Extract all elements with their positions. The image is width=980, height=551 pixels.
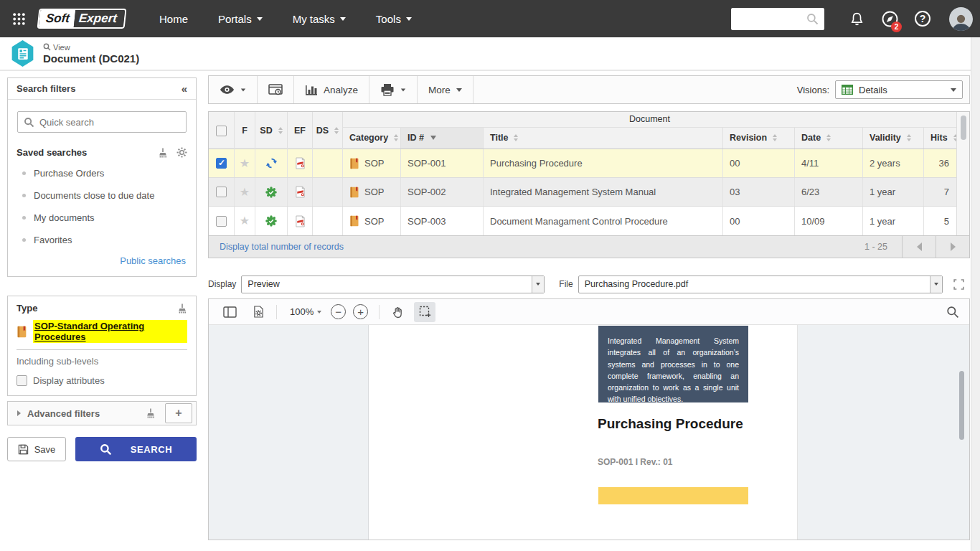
col-hits[interactable]: Hits [924,128,956,149]
row-checkbox[interactable] [216,216,227,227]
scrollbar-thumb[interactable] [961,116,966,140]
saved-search-item[interactable]: Purchase Orders [17,162,187,184]
col-ds[interactable]: DS [313,112,343,149]
pan-hand-icon[interactable] [387,302,408,322]
favorite-star-icon[interactable]: ★ [240,215,250,227]
floppy-icon [18,444,29,455]
category-book-icon [17,326,27,338]
view-button[interactable] [209,76,258,103]
app-grid-icon[interactable] [9,9,28,28]
display-attributes-toggle[interactable]: Display attributes [17,375,187,386]
display-label: Display [208,279,236,289]
results-toolbar: Analyze More Visions: Details [208,75,970,104]
display-total-link[interactable]: Display total number of records [209,242,864,252]
fullscreen-icon[interactable] [953,279,964,290]
next-page-button[interactable] [936,236,969,258]
col-ef[interactable]: EF [288,112,313,149]
search-icon[interactable] [806,13,819,25]
save-button[interactable]: Save [7,437,66,461]
pdf-file-icon[interactable] [295,215,306,227]
table-scrollbar[interactable] [956,112,969,235]
favorite-star-icon[interactable]: ★ [240,187,250,198]
pdf-doc-title: Purchasing Procedure [598,416,743,432]
table-row[interactable]: ★ SOP SOP-003 Document Managament Contro… [209,207,956,235]
caret-down-icon [406,17,412,21]
select-all-checkbox[interactable] [216,126,227,136]
user-avatar[interactable] [949,7,973,31]
table-row[interactable]: ★ SOP SOP-001 Purchasing Procedure 00 4/… [209,149,956,178]
col-revision[interactable]: Revision [723,128,795,149]
saved-search-item[interactable]: Favorites [17,229,187,251]
softexpert-logo[interactable]: Soft Expert [37,9,127,29]
col-validity[interactable]: Validity [863,128,924,149]
search-filters-sidebar: Search filters « Saved searches [7,77,197,461]
zoom-in-icon[interactable]: + [353,304,368,319]
clear-filter-icon[interactable] [158,148,168,158]
toggle-sidebar-icon[interactable] [219,302,240,322]
revision-schedule-button[interactable] [258,76,294,103]
table-row[interactable]: ★ SOP SOP-002 Integrated Management Syst… [209,178,956,207]
type-selected-link[interactable]: SOP-Standard Operating Procedures [33,320,187,343]
collapse-sidebar-icon[interactable]: « [182,83,187,95]
more-button[interactable]: More [418,76,473,103]
status-released-icon [265,215,277,227]
analyze-button[interactable]: Analyze [294,76,369,103]
saved-search-item[interactable]: My documents [17,207,187,229]
view-icon [43,43,51,51]
pdf-file-icon[interactable] [295,186,306,198]
divider [276,305,277,319]
bullet-icon [22,194,26,197]
display-attributes-checkbox[interactable] [17,375,27,386]
public-searches-link[interactable]: Public searches [17,251,187,268]
row-checkbox[interactable] [216,187,227,197]
add-filter-button[interactable]: + [165,403,192,423]
search-button[interactable]: SEARCH [75,437,197,461]
search-filters-header: Search filters « [8,78,196,100]
caret-down-icon [951,88,956,92]
window-scrollbar[interactable] [971,37,980,551]
col-category[interactable]: Category [343,128,401,149]
gear-icon[interactable] [176,147,187,158]
marquee-select-icon[interactable] [414,302,435,322]
category-book-icon [349,215,359,227]
viewer-background-right [797,325,969,540]
print-button[interactable] [369,76,418,103]
col-sd[interactable]: SD [255,112,288,149]
help-icon[interactable]: ? [906,11,939,27]
menu-tools[interactable]: Tools [361,0,427,37]
favorite-star-icon[interactable]: ★ [240,158,250,169]
display-select[interactable]: Preview [241,276,545,293]
zoom-out-icon[interactable]: − [331,304,346,319]
col-date[interactable]: Date [795,128,863,149]
advanced-filters-bar[interactable]: Advanced filters + [7,401,197,425]
pdf-search-icon[interactable] [946,306,959,319]
helpdesk-icon[interactable]: 2 [873,10,906,28]
col-id[interactable]: ID # [401,128,484,149]
main-menu: Home Portals My tasks Tools [144,0,427,37]
sidebar-title: Search filters [17,83,75,94]
clear-filter-icon[interactable] [177,303,187,314]
pdf-file-icon[interactable] [295,157,306,169]
saved-search-item[interactable]: Documents close to due date [17,184,187,207]
zoom-level-dropdown[interactable]: 100% [290,306,321,317]
menu-home[interactable]: Home [144,0,203,37]
prev-page-button[interactable] [902,236,936,258]
sort-icon [334,127,339,134]
quick-search-input[interactable] [39,117,180,128]
clear-filter-icon[interactable] [146,408,156,418]
file-select[interactable]: Purchasing Procedure.pdf [578,276,943,293]
pdf-scrollbar-thumb[interactable] [959,371,964,440]
notifications-bell-icon[interactable] [840,11,873,27]
page-settings-icon[interactable] [248,302,269,322]
visions-dropdown[interactable]: Details [835,80,963,99]
menu-portals[interactable]: Portals [203,0,278,37]
logo-soft: Soft [39,10,76,27]
menu-my-tasks[interactable]: My tasks [278,0,361,37]
screen: Soft Expert Home Portals My tasks Tools … [0,0,980,551]
col-f[interactable]: F [235,112,255,149]
caret-down-icon [241,88,245,91]
col-title[interactable]: Title [484,128,723,149]
row-checkbox[interactable] [216,158,227,169]
pdf-content[interactable]: Integrated Management System integrates … [209,325,969,540]
global-search-input[interactable] [732,14,806,24]
